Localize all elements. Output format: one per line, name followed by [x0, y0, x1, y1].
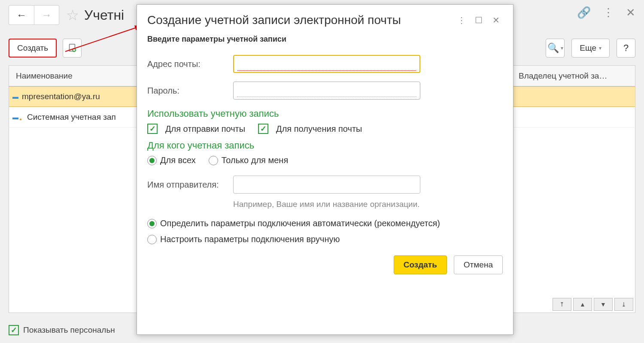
- mail-account-icon: ▬: [9, 93, 22, 100]
- connection-auto-label: Определить параметры подключения автомат…: [160, 219, 440, 228]
- whom-all-radio[interactable]: Для всех: [147, 155, 196, 165]
- dialog-cancel-label: Отмена: [464, 260, 493, 270]
- email-label: Адрес почты:: [147, 59, 233, 69]
- column-owner-header[interactable]: Владелец учетной за…: [511, 66, 635, 86]
- forward-button[interactable]: →: [34, 6, 59, 24]
- nav-back-forward: ← →: [9, 5, 59, 25]
- scroll-top-icon: ⤒: [559, 301, 565, 308]
- radio-selected-icon: [147, 156, 157, 165]
- radio-icon: [147, 235, 157, 244]
- more-label: Еще: [580, 43, 596, 53]
- checkbox-checked-icon: ✓: [9, 325, 19, 335]
- scroll-up-button[interactable]: ▲: [573, 298, 592, 311]
- more-button[interactable]: Еще ▾: [571, 39, 610, 58]
- use-section-title: Использовать учетную запись: [147, 108, 503, 119]
- show-personal-checkbox[interactable]: ✓ Показывать персональн: [9, 325, 115, 335]
- password-input[interactable]: [233, 82, 420, 100]
- scroll-top-button[interactable]: ⤒: [553, 298, 571, 311]
- scroll-down-button[interactable]: ▼: [594, 298, 613, 311]
- link-icon[interactable]: 🔗: [577, 6, 591, 19]
- row-text: mpresentation@ya.ru: [22, 92, 100, 101]
- dialog-menu-icon[interactable]: ⋮: [455, 13, 468, 27]
- create-account-dialog: Создание учетной записи электронной почт…: [137, 4, 513, 335]
- create-button[interactable]: Создать: [9, 39, 57, 58]
- caret-down-icon: ▼: [600, 301, 606, 308]
- sender-input[interactable]: [233, 176, 420, 194]
- dialog-create-label: Создать: [404, 260, 437, 270]
- list-nav-buttons: ⤒ ▲ ▼ ⤓: [553, 298, 633, 311]
- dialog-cancel-button[interactable]: Отмена: [454, 255, 503, 274]
- dropdown-caret-icon: ▾: [599, 45, 601, 51]
- dialog-create-button[interactable]: Создать: [394, 255, 447, 274]
- close-icon[interactable]: ✕: [626, 6, 635, 19]
- checkbox-checked-icon: ✓: [147, 124, 158, 134]
- checkbox-checked-icon: ✓: [258, 124, 268, 134]
- document-plus-icon: [67, 43, 77, 53]
- dialog-subtitle: Введите параметры учетной записи: [147, 35, 503, 44]
- copy-button[interactable]: [63, 39, 82, 58]
- whom-me-label: Только для меня: [222, 155, 289, 165]
- sender-label: Имя отправителя:: [147, 180, 233, 190]
- page-title: Учетні: [84, 7, 124, 23]
- whom-section-title: Для кого учетная запись: [147, 140, 503, 151]
- create-label: Создать: [17, 43, 48, 53]
- sender-hint: Например, Ваше имя или название организа…: [233, 200, 503, 209]
- help-icon: ?: [623, 42, 629, 54]
- use-receive-checkbox[interactable]: ✓ Для получения почты: [258, 124, 362, 134]
- radio-selected-icon: [147, 219, 157, 228]
- search-button[interactable]: 🔍 ▾: [546, 39, 565, 58]
- whom-all-label: Для всех: [160, 155, 196, 165]
- kebab-menu-icon[interactable]: ⋮: [603, 6, 614, 19]
- scroll-bottom-icon: ⤓: [621, 301, 626, 308]
- dialog-maximize-icon[interactable]: ☐: [472, 13, 486, 27]
- use-receive-label: Для получения почты: [276, 124, 362, 134]
- favorite-star-icon[interactable]: ☆: [64, 6, 82, 24]
- scroll-bottom-button[interactable]: ⤓: [614, 298, 633, 311]
- arrow-left-icon: ←: [16, 9, 27, 21]
- help-button[interactable]: ?: [617, 39, 635, 58]
- topbar-right-controls: 🔗 ⋮ ✕: [577, 6, 635, 19]
- connection-auto-radio[interactable]: Определить параметры подключения автомат…: [147, 219, 503, 228]
- whom-me-radio[interactable]: Только для меня: [209, 155, 289, 165]
- search-icon: 🔍: [547, 42, 559, 54]
- dropdown-caret-icon: ▾: [561, 45, 563, 51]
- dialog-title: Создание учетной записи электронной почт…: [147, 13, 451, 27]
- use-send-label: Для отправки почты: [165, 124, 245, 134]
- connection-manual-label: Настроить параметры подключения вручную: [160, 234, 340, 244]
- dialog-close-icon[interactable]: ✕: [489, 13, 503, 27]
- dialog-titlebar: Создание учетной записи электронной почт…: [147, 13, 503, 27]
- radio-icon: [209, 156, 218, 165]
- show-personal-label: Показывать персональн: [23, 325, 115, 335]
- email-input[interactable]: [233, 55, 420, 73]
- back-button[interactable]: ←: [9, 6, 34, 24]
- connection-manual-radio[interactable]: Настроить параметры подключения вручную: [147, 234, 503, 244]
- system-account-badge-icon: ●: [14, 117, 27, 121]
- row-text: Системная учетная зап: [27, 112, 116, 122]
- use-send-checkbox[interactable]: ✓ Для отправки почты: [147, 124, 245, 134]
- password-label: Пароль:: [147, 86, 233, 96]
- caret-up-icon: ▲: [580, 301, 586, 308]
- arrow-right-icon: →: [42, 9, 52, 21]
